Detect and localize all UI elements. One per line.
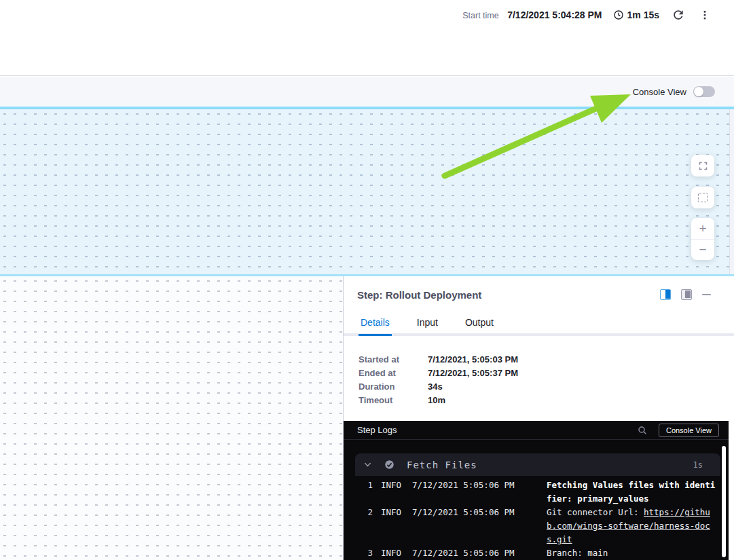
step-logs-title: Step Logs [357, 425, 397, 435]
chevron-down-icon [363, 460, 372, 469]
log-line-number: 1 [355, 479, 373, 492]
fullscreen-button[interactable] [691, 155, 714, 176]
minimize-panel-button[interactable] [702, 294, 711, 296]
log-message: Git connector Url: https://github.com/wi… [547, 506, 719, 546]
zoom-out-button[interactable]: − [691, 240, 714, 261]
detail-label: Duration [359, 381, 428, 392]
detail-value: 34s [428, 381, 443, 392]
pipeline-execution-view: Start time 7/12/2021 5:04:28 PM 1m 15s [0, 0, 734, 560]
detail-row: Started at7/12/2021, 5:05:03 PM [359, 352, 518, 366]
more-options-button[interactable] [697, 7, 712, 22]
kebab-menu-icon [699, 9, 711, 21]
step-details-panel: Step: Rollout Deployment DetailsInputOut… [343, 276, 734, 560]
detail-value: 10m [428, 395, 445, 405]
fit-selection-icon [698, 193, 708, 202]
logs-console-view-button[interactable]: Console View [659, 424, 719, 437]
console-view-toggle[interactable] [693, 86, 715, 97]
panel-view-icon[interactable] [681, 289, 692, 300]
log-link[interactable]: https://github.com/wings-software/harnes… [547, 507, 710, 544]
search-icon[interactable] [637, 425, 648, 436]
log-line: 1INFO7/12/2021 5:05:06 PMFetching Values… [355, 479, 719, 506]
step-logs-header: Step Logs Console View [344, 421, 729, 440]
clock-icon [613, 10, 624, 20]
detail-label: Ended at [359, 368, 428, 378]
zoom-to-fit-button[interactable] [691, 187, 714, 208]
start-time-value: 7/12/2021 5:04:28 PM [507, 10, 602, 20]
stage-toolbar: Console View [0, 77, 734, 107]
step-details-list: Started at7/12/2021, 5:05:03 PMEnded at7… [359, 352, 518, 407]
log-message: Fetching Values files with identifier: p… [547, 479, 719, 506]
canvas-scrollbar-track[interactable] [729, 109, 734, 274]
start-time-label: Start time [462, 11, 499, 20]
log-line: 3INFO7/12/2021 5:05:06 PMBranch: main [355, 546, 719, 560]
tab-output[interactable]: Output [463, 315, 496, 336]
zoom-in-button[interactable]: + [691, 218, 714, 240]
log-line-number: 3 [355, 546, 373, 560]
log-line-number: 2 [355, 506, 373, 519]
top-header: Start time 7/12/2021 5:04:28 PM 1m 15s [0, 0, 734, 76]
panel-tabs: DetailsInputOutput [359, 315, 496, 336]
detail-value: 7/12/2021, 5:05:37 PM [428, 368, 518, 378]
refresh-icon [672, 8, 685, 22]
detail-row: Ended at7/12/2021, 5:05:37 PM [359, 366, 518, 379]
zoom-controls: + − [691, 218, 714, 260]
toggle-knob [694, 87, 703, 96]
log-timestamp: 7/12/2021 5:05:06 PM [412, 506, 538, 519]
log-level: INFO [381, 479, 404, 492]
split-view-fill [665, 290, 670, 299]
execution-graph-canvas[interactable]: Execution Rollout Deployment [0, 276, 343, 560]
detail-value: 7/12/2021, 5:05:03 PM [428, 354, 518, 365]
log-lines: 1INFO7/12/2021 5:05:06 PMFetching Values… [344, 479, 729, 560]
check-circle-icon [384, 460, 394, 470]
refresh-button[interactable] [670, 7, 686, 23]
elapsed-duration: 1m 15s [613, 10, 659, 20]
log-section-duration: 1s [693, 460, 703, 470]
detail-row: Timeout10m [359, 393, 518, 407]
split-view-icon[interactable] [660, 289, 671, 300]
panel-view-fill [685, 291, 691, 298]
tab-details[interactable]: Details [359, 315, 392, 336]
log-line: 2INFO7/12/2021 5:05:06 PMGit connector U… [355, 506, 719, 546]
log-timestamp: 7/12/2021 5:05:06 PM [412, 546, 538, 560]
log-section-name: Fetch Files [407, 460, 681, 470]
detail-row: Duration34s [359, 379, 518, 393]
logs-scrollbar-thumb[interactable] [722, 446, 726, 557]
log-level: INFO [381, 546, 404, 560]
log-section-fetch-files[interactable]: Fetch Files 1s [355, 453, 720, 476]
stage-graph-canvas[interactable] [0, 109, 734, 274]
step-logs-section: Step Logs Console View Fetch Files 1s [344, 421, 729, 560]
detail-label: Started at [359, 354, 428, 365]
log-level: INFO [381, 506, 404, 519]
log-message: Branch: main [547, 546, 719, 560]
log-timestamp: 7/12/2021 5:05:06 PM [412, 479, 538, 492]
fullscreen-icon [698, 161, 708, 171]
panel-actions [660, 289, 711, 300]
console-view-label: Console View [633, 87, 686, 97]
elapsed-value: 1m 15s [627, 10, 659, 20]
tab-input[interactable]: Input [415, 315, 440, 336]
start-time: Start time 7/12/2021 5:04:28 PM [462, 9, 602, 21]
detail-label: Timeout [359, 395, 428, 405]
panel-title: Step: Rollout Deployment [357, 289, 481, 301]
